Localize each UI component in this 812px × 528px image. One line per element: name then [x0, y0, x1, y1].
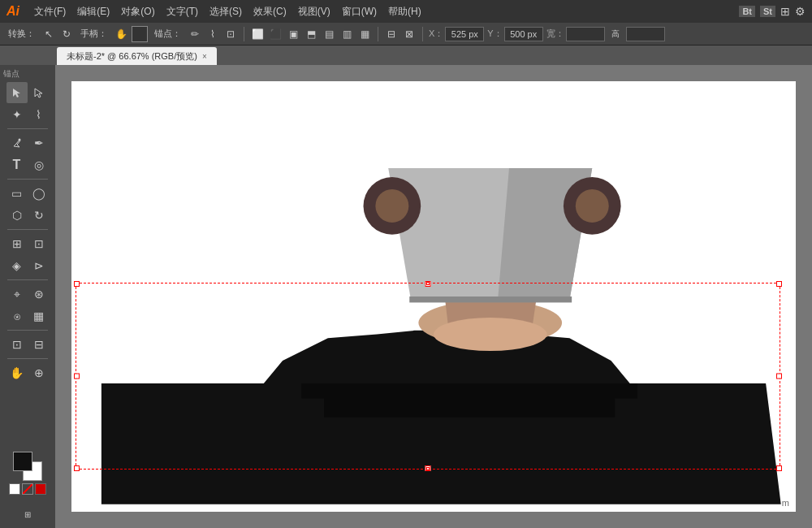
x-input[interactable]	[445, 27, 484, 41]
right-ear-inner	[576, 189, 609, 223]
tab-close-button[interactable]: ×	[202, 52, 207, 61]
shape4-icon[interactable]: ⬒	[304, 27, 318, 41]
title-bar: Ai 文件(F) 编辑(E) 对象(O) 文字(T) 选择(S) 效果(C) 视…	[0, 0, 812, 23]
left-ear-inner	[375, 189, 408, 223]
y-coord-group: Y：	[487, 27, 542, 41]
body-notch	[301, 383, 637, 418]
menu-window[interactable]: 窗口(W)	[337, 3, 382, 20]
symbol-libraries[interactable]: ⊞	[6, 504, 50, 525]
menu-select[interactable]: 选择(S)	[205, 3, 247, 20]
eyedropper-tool[interactable]: ⌖	[6, 283, 28, 305]
transform-icon[interactable]: ↖	[41, 27, 56, 41]
menu-object[interactable]: 对象(O)	[116, 3, 159, 20]
shape3-icon[interactable]: ▣	[286, 27, 300, 41]
lasso-tool[interactable]: ⌇	[28, 104, 50, 125]
pencil-icon[interactable]: ✏	[188, 27, 202, 41]
slice-tool[interactable]: ⊟	[28, 334, 50, 355]
menu-view[interactable]: 视图(V)	[293, 3, 335, 20]
spiral-tool[interactable]: ◎	[28, 154, 50, 175]
selection-tool[interactable]	[6, 82, 28, 103]
direct-selection-tool[interactable]	[28, 82, 50, 103]
tool-row-5: ▭ ◯	[6, 183, 50, 204]
red-color[interactable]	[35, 483, 46, 495]
separator-1	[244, 27, 244, 41]
divider-3	[7, 229, 48, 230]
illustration: m	[71, 81, 796, 512]
hand-tool[interactable]: ✋	[6, 362, 28, 383]
zoom-tool[interactable]: ⊕	[28, 362, 50, 383]
hat-brim	[409, 296, 572, 302]
none-color[interactable]	[22, 483, 33, 495]
grid-icon[interactable]: ⊞	[780, 5, 790, 18]
tool-row-4: T ◎	[6, 154, 50, 175]
anchor-label: 转换：	[5, 26, 38, 41]
type-tool[interactable]: T	[6, 154, 28, 175]
body-shape	[102, 331, 781, 504]
separator-2	[378, 27, 378, 41]
menu-help[interactable]: 帮助(H)	[383, 3, 426, 20]
tool-row-3: ✒	[6, 132, 50, 154]
separator-3	[422, 27, 423, 41]
divider-1	[7, 128, 48, 129]
add-anchor-tool[interactable]: ✒	[28, 132, 50, 154]
snout-highlight	[434, 318, 546, 351]
color-swatch[interactable]	[132, 26, 148, 42]
shape5-icon[interactable]: ▤	[322, 27, 336, 41]
shape1-icon[interactable]: ⬜	[250, 27, 265, 41]
rectangle-tool[interactable]: ▭	[6, 183, 28, 204]
reshape-icon[interactable]: ⌇	[205, 27, 220, 41]
width-label: 宽：	[546, 28, 564, 40]
ellipse-tool[interactable]: ◯	[28, 183, 50, 204]
white-color[interactable]	[9, 483, 20, 495]
menu-file[interactable]: 文件(F)	[29, 3, 71, 20]
height-input[interactable]	[626, 27, 665, 41]
shape7-icon[interactable]: ▦	[357, 27, 372, 41]
menu-edit[interactable]: 编辑(E)	[72, 3, 114, 20]
divider-5	[7, 330, 48, 331]
height-icon: 高	[608, 27, 623, 41]
symbol-sprayer-tool[interactable]: ⍟	[6, 305, 28, 327]
color-boxes[interactable]	[13, 452, 42, 481]
rotate-tool[interactable]: ↻	[28, 205, 50, 226]
foreground-color-box[interactable]	[13, 452, 32, 471]
tool-row-6: ⬡ ↻	[6, 205, 50, 226]
artboard-tool[interactable]: ⊡	[6, 334, 28, 355]
distribute2-icon[interactable]: ⊠	[402, 27, 417, 41]
corner-indicator: m	[782, 498, 789, 508]
free-transform-tool[interactable]: ⊡	[28, 233, 50, 254]
shape2-icon[interactable]: ⬛	[268, 27, 283, 41]
rotate-icon[interactable]: ↻	[59, 27, 74, 41]
y-input[interactable]	[504, 27, 543, 41]
tab-bar: 未标题-2* @ 66.67% (RGB/预览) ×	[0, 45, 812, 65]
distribute-icon[interactable]: ⊟	[384, 27, 399, 41]
bt-icon: Bt	[739, 6, 755, 17]
hand-icon[interactable]: ✋	[114, 27, 128, 41]
divider-4	[7, 279, 48, 280]
x-label: X：	[429, 28, 443, 40]
menu-text[interactable]: 文字(T)	[162, 3, 203, 20]
shape-builder-tool[interactable]: ◈	[6, 255, 28, 276]
width-input[interactable]	[566, 27, 605, 41]
tool-row-7: ⊞ ⊡	[6, 233, 50, 254]
perspective-tool[interactable]: ⊳	[28, 255, 50, 276]
hand-label: 手柄：	[77, 26, 110, 41]
menu-bar: 文件(F) 编辑(E) 对象(O) 文字(T) 选择(S) 效果(C) 视图(V…	[29, 3, 426, 20]
warp-tool[interactable]: ⊞	[6, 233, 28, 254]
color-mini-row	[9, 483, 46, 495]
libraries-btn[interactable]: ⊞	[6, 504, 50, 525]
tool-row-10: ⍟ ▦	[6, 305, 50, 327]
pen-tool[interactable]	[6, 132, 28, 154]
menu-effect[interactable]: 效果(C)	[248, 3, 292, 20]
paintbucket-tool[interactable]: ⬡	[6, 205, 28, 226]
canvas-area[interactable]: m	[55, 65, 812, 528]
settings-icon[interactable]: ⚙	[795, 5, 806, 18]
blend-tool[interactable]: ⊛	[28, 283, 50, 305]
tool-row-11: ⊡ ⊟	[6, 334, 50, 355]
graph-tool[interactable]: ▦	[28, 305, 50, 327]
divider-6	[7, 358, 48, 359]
shape6-icon[interactable]: ▥	[339, 27, 354, 41]
magic-wand-tool[interactable]: ✦	[6, 104, 28, 125]
document-tab[interactable]: 未标题-2* @ 66.67% (RGB/预览) ×	[57, 47, 217, 65]
warp-icon[interactable]: ⊡	[223, 27, 238, 41]
color-palette	[4, 447, 51, 500]
